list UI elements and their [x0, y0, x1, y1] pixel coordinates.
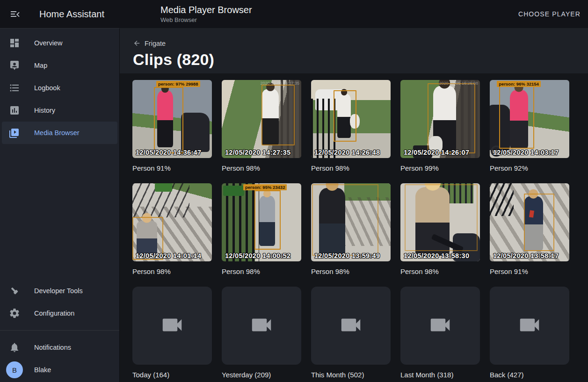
folder-label: This Month (502)	[311, 370, 391, 379]
folder-thumbnail	[490, 287, 569, 365]
hammer-icon	[9, 285, 20, 296]
clip-thumbnail: 12/05/2020 13:58:17	[490, 183, 569, 261]
folder-item-today[interactable]: Today (164)	[132, 287, 212, 379]
video-icon	[160, 312, 185, 339]
detection-bbox	[254, 190, 281, 250]
chart-box-icon	[9, 105, 20, 116]
detection-bbox	[154, 87, 183, 153]
app-header: Home Assistant Media Player Browser Web …	[0, 0, 588, 28]
view-dashboard-icon	[9, 37, 20, 49]
clip-thumbnail: 12/05/2020 14:01:14	[132, 183, 212, 261]
folder-thumbnail	[400, 287, 480, 365]
clip-item[interactable]: 12/05/2020 14:01:14 Person 98%	[132, 183, 212, 276]
sidebar-item-media-browser[interactable]: Media Browser	[2, 122, 117, 144]
clip-caption: Person 98%	[222, 164, 301, 173]
clip-item[interactable]: person: 96% 32154 12/05/2020 14:03:17 Pe…	[490, 80, 569, 173]
arrow-left-icon	[133, 39, 141, 47]
detection-label: person: 97% 29988	[156, 81, 200, 87]
camera-overlay-text: 2020-12-05 16:26:08	[439, 81, 478, 86]
clip-item[interactable]: person: 95% 23432 12/05/2020 14:00:52 Pe…	[222, 183, 301, 276]
sidebar-item-label: Map	[34, 62, 47, 69]
clip-item[interactable]: person: 97% 29988 12/05/2020 14:36:47 Pe…	[132, 80, 212, 173]
clip-timestamp: 12/05/2020 14:26:07	[404, 149, 469, 156]
breadcrumb-label: Frigate	[145, 40, 166, 47]
clip-timestamp: 12/05/2020 14:01:14	[136, 252, 201, 259]
play-box-multiple-icon	[9, 127, 20, 138]
sidebar-item-developer-tools[interactable]: Developer Tools	[2, 280, 117, 302]
sidebar-item-label: Notifications	[34, 344, 71, 351]
sidebar-item-label: Overview	[34, 39, 62, 47]
panel-subtitle: Web Browser	[160, 16, 252, 23]
clip-timestamp: 12/05/2020 14:03:17	[493, 149, 559, 156]
clip-thumbnail: 12/05/2020 14:26:48	[311, 80, 391, 158]
clip-timestamp: 12/05/2020 13:58:30	[404, 252, 469, 259]
folder-item-yesterday[interactable]: Yesterday (209)	[222, 287, 301, 379]
video-icon	[338, 312, 363, 339]
panel-title: Media Player Browser	[160, 4, 252, 15]
map-account-icon	[9, 60, 20, 71]
avatar: B	[6, 361, 23, 378]
folder-item-this-month[interactable]: This Month (502)	[311, 287, 391, 379]
sidebar-item-map[interactable]: Map	[2, 54, 117, 77]
stroller-shape	[181, 113, 210, 152]
folder-item-last-month[interactable]: Last Month (318)	[400, 287, 480, 379]
clip-item[interactable]: 2020-12-05 16:26:08 12/05/2020 14:26:07 …	[400, 80, 480, 173]
clip-caption: Person 91%	[132, 164, 212, 173]
bell-icon	[9, 342, 20, 353]
menu-open-icon[interactable]	[6, 5, 24, 23]
detection-label: person: 95% 23432	[243, 184, 287, 190]
choose-player-button[interactable]: CHOOSE PLAYER	[518, 7, 581, 22]
clip-caption: Person 98%	[311, 164, 391, 173]
clip-caption: Person 98%	[132, 267, 212, 276]
folder-thumbnail	[132, 287, 212, 365]
folder-label: Last Month (318)	[400, 370, 480, 379]
detection-label: person: 96% 32154	[497, 81, 541, 87]
folder-thumbnail	[222, 287, 301, 365]
clip-thumbnail: 12/05/2020 13:59:49	[311, 183, 391, 261]
panel-title-block: Media Player Browser Web Browser	[160, 4, 252, 23]
page-title: Clips (820)	[133, 50, 588, 69]
sidebar-item-profile[interactable]: B Blake	[2, 359, 117, 381]
folder-label: Today (164)	[132, 370, 212, 379]
clip-timestamp: 12/05/2020 14:27:35	[225, 149, 290, 156]
sidebar: Overview Map Logbook History Media Brows…	[0, 28, 120, 382]
clip-item[interactable]: 12/05/2020 13:58:17 Person 91%	[490, 183, 569, 276]
clip-thumbnail: 2020-12-05 16:27:35 12/05/2020 14:27:35	[222, 80, 301, 158]
sidebar-item-notifications[interactable]: Notifications	[2, 336, 117, 359]
sidebar-item-overview[interactable]: Overview	[2, 32, 117, 54]
folder-label: Back (427)	[490, 370, 569, 379]
clip-caption: Person 98%	[222, 267, 301, 276]
sidebar-item-history[interactable]: History	[2, 99, 117, 122]
video-icon	[428, 312, 453, 339]
sidebar-item-configuration[interactable]: Configuration	[2, 302, 117, 324]
clip-item[interactable]: 12/05/2020 13:59:49 Person 98%	[311, 183, 391, 276]
sidebar-item-label: Media Browser	[34, 129, 80, 137]
clip-caption: Person 91%	[490, 267, 569, 276]
sidebar-item-label: History	[34, 107, 55, 114]
sidebar-item-logbook[interactable]: Logbook	[2, 77, 117, 99]
folder-item-back[interactable]: Back (427)	[490, 287, 569, 379]
media-grid: person: 97% 29988 12/05/2020 14:36:47 Pe…	[120, 73, 588, 379]
toy-shape	[155, 183, 172, 192]
clip-caption: Person 99%	[400, 164, 480, 173]
clip-thumbnail: person: 96% 32154 12/05/2020 14:03:17	[490, 80, 569, 158]
detection-bbox	[261, 85, 295, 145]
breadcrumb[interactable]: Frigate	[133, 28, 166, 47]
media-browser-panel: Frigate Clips (820) person: 97% 29988 12…	[120, 28, 588, 382]
clip-caption: Person 98%	[400, 267, 480, 276]
app-title: Home Assistant	[39, 0, 104, 28]
clip-timestamp: 12/05/2020 13:58:17	[493, 252, 559, 259]
camera-overlay-text: 2020-12-05 16:27:35	[260, 81, 299, 86]
clip-timestamp: 12/05/2020 14:36:47	[136, 149, 201, 156]
clip-item[interactable]: 12/05/2020 14:26:48 Person 98%	[311, 80, 391, 173]
detection-bbox	[428, 83, 475, 153]
detection-bbox	[524, 194, 554, 252]
clip-item[interactable]: 12/05/2020 13:58:30 Person 98%	[400, 183, 480, 276]
toy-shape	[223, 186, 244, 196]
clip-item[interactable]: 2020-12-05 16:27:35 12/05/2020 14:27:35 …	[222, 80, 301, 173]
fence-shape	[490, 183, 514, 216]
sidebar-divider	[0, 330, 119, 331]
content-header: Frigate Clips (820)	[120, 28, 588, 73]
clip-thumbnail: 2020-12-05 16:26:08 12/05/2020 14:26:07	[400, 80, 480, 158]
video-icon	[249, 312, 274, 339]
